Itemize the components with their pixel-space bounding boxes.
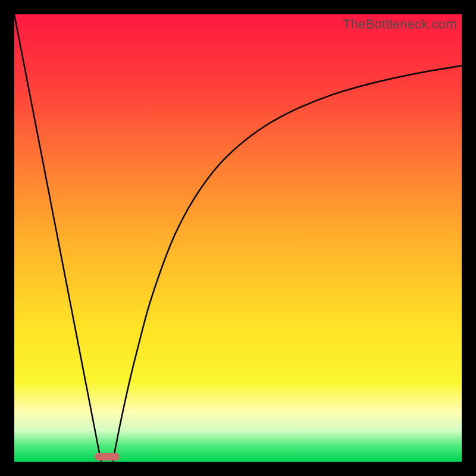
bottleneck-curve <box>14 14 462 462</box>
left-ray-line <box>14 14 101 462</box>
chart-frame: TheBottleneck.com <box>14 14 462 462</box>
optimal-marker <box>95 453 120 461</box>
right-curve-line <box>112 65 462 462</box>
watermark-text: TheBottleneck.com <box>343 17 457 32</box>
